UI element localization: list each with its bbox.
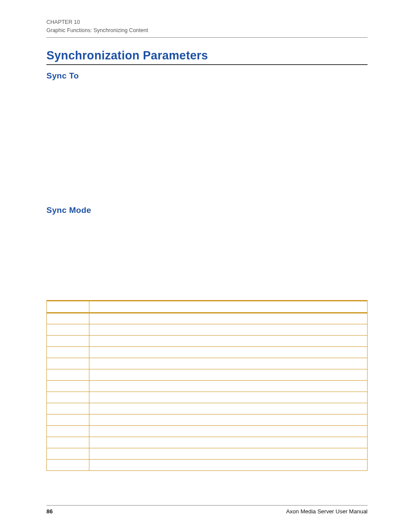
- page-title: Synchronization Parameters: [46, 49, 368, 62]
- running-head: CHAPTER 10 Graphic Functions: Synchroniz…: [46, 18, 368, 35]
- cell-desc: [89, 313, 368, 324]
- cell-desc: [89, 346, 368, 358]
- cell-dmx: [47, 437, 89, 448]
- cell-desc: [89, 358, 368, 369]
- cell-dmx: [47, 313, 89, 324]
- cell-desc: [89, 324, 368, 335]
- section-label: Graphic Functions: Synchronizing Content: [46, 26, 368, 35]
- cell-dmx: [47, 335, 89, 346]
- cell-dmx: [47, 414, 89, 425]
- table-row: [47, 358, 368, 369]
- subheading-sync-mode: Sync Mode: [46, 206, 368, 215]
- table-row: [47, 313, 368, 324]
- chapter-label: CHAPTER 10: [46, 18, 368, 26]
- table-row: [47, 369, 368, 380]
- title-rule: [46, 64, 368, 65]
- cell-desc: [89, 459, 368, 470]
- page-number: 86: [46, 508, 53, 515]
- doc-title: Axon Media Server User Manual: [286, 508, 368, 515]
- table-row: [47, 425, 368, 437]
- cell-dmx: [47, 425, 89, 437]
- cell-desc: [89, 403, 368, 414]
- table-row: [47, 346, 368, 358]
- table-row: [47, 414, 368, 425]
- cell-dmx: [47, 346, 89, 358]
- cell-dmx: [47, 380, 89, 392]
- cell-desc: [89, 369, 368, 380]
- cell-dmx: [47, 403, 89, 414]
- cell-desc: [89, 392, 368, 403]
- content-gap: [46, 219, 368, 300]
- table-row: [47, 324, 368, 335]
- cell-dmx: [47, 459, 89, 470]
- table-header-desc: [89, 300, 368, 313]
- table-row: [47, 448, 368, 459]
- cell-dmx: [47, 392, 89, 403]
- table-row: [47, 335, 368, 346]
- cell-desc: [89, 414, 368, 425]
- cell-desc: [89, 425, 368, 437]
- cell-dmx: [47, 324, 89, 335]
- table-row: [47, 459, 368, 470]
- table-header-row: [47, 300, 368, 313]
- table-row: [47, 403, 368, 414]
- table-row: [47, 380, 368, 392]
- header-rule: [46, 37, 368, 38]
- cell-desc: [89, 380, 368, 392]
- page-footer: 86 Axon Media Server User Manual: [46, 505, 368, 515]
- subheading-sync-to: Sync To: [46, 71, 368, 81]
- cell-dmx: [47, 369, 89, 380]
- table-header-dmx: [47, 300, 89, 313]
- page: CHAPTER 10 Graphic Functions: Synchroniz…: [0, 0, 414, 532]
- cell-desc: [89, 335, 368, 346]
- table-row: [47, 392, 368, 403]
- cell-dmx: [47, 448, 89, 459]
- cell-desc: [89, 437, 368, 448]
- sync-mode-table: [46, 300, 368, 471]
- table-row: [47, 437, 368, 448]
- cell-dmx: [47, 358, 89, 369]
- cell-desc: [89, 448, 368, 459]
- content-gap: [46, 85, 368, 206]
